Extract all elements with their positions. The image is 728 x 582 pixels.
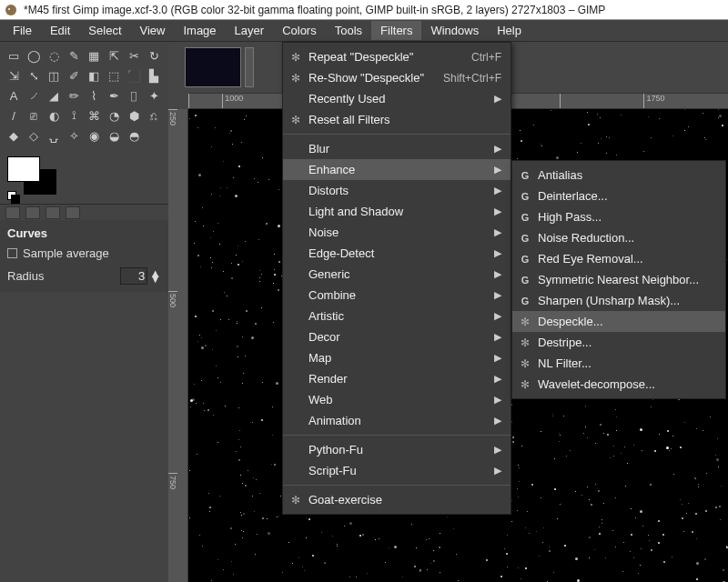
radius-row: Radius ▲▼ [7, 264, 161, 288]
radius-spinner[interactable]: ▲▼ [120, 267, 161, 285]
filters-recent[interactable]: Recently Used▶ [283, 88, 511, 109]
dock-tab-3[interactable] [46, 206, 60, 219]
paintbrush-tool[interactable]: ✧ [64, 125, 84, 146]
radius-arrows[interactable]: ▲▼ [149, 271, 161, 282]
filters-animation[interactable]: Animation▶ [283, 410, 511, 431]
enhance-antialias[interactable]: Antialias [512, 165, 725, 186]
enhance-noise-reduction[interactable]: Noise Reduction... [512, 227, 725, 248]
menu-image[interactable]: Image [174, 21, 225, 40]
enhance-despeckle[interactable]: Despeckle... [512, 311, 725, 332]
tool-38[interactable]: ◓ [124, 125, 144, 146]
heal-tool[interactable]: ⎚ [24, 105, 44, 125]
sample-average-row[interactable]: Sample average [7, 243, 161, 264]
filters-generic[interactable]: Generic▶ [283, 264, 511, 285]
filters-python-fu[interactable]: Python-Fu▶ [283, 439, 511, 460]
menu-filters[interactable]: Filters [371, 21, 421, 40]
ellipse-select-tool[interactable]: ◯ [24, 45, 44, 65]
foreground-swatch[interactable] [7, 156, 40, 182]
handle-transform-tool[interactable]: ◒ [104, 125, 124, 146]
enhance-symmetric-nearest-neighbor[interactable]: Symmetric Nearest Neighbor... [512, 269, 725, 290]
layer-thumbnail-mask[interactable] [245, 47, 254, 87]
menu-view[interactable]: View [131, 21, 175, 40]
foreground-select-tool[interactable]: ◉ [84, 125, 104, 146]
menu-separator [283, 435, 511, 436]
perspective-clone-tool[interactable]: ◆ [4, 125, 24, 146]
filters-distorts[interactable]: Distorts▶ [283, 180, 511, 201]
filters-reset[interactable]: Reset all Filters [283, 109, 511, 130]
perspective-tool[interactable]: ⬚ [104, 65, 124, 85]
text-tool[interactable]: A [4, 85, 24, 105]
gradient-tool[interactable]: ⌘ [84, 105, 104, 125]
airbrush-tool[interactable]: ⬢ [124, 105, 144, 125]
blur-tool[interactable]: ⎌ [144, 105, 164, 125]
rect-select-tool[interactable]: ▭ [4, 45, 24, 65]
radius-input[interactable] [120, 267, 147, 285]
filters-goat[interactable]: Goat-exercise [283, 489, 511, 510]
move-tool[interactable]: ⇲ [4, 65, 24, 85]
filters-decor[interactable]: Decor▶ [283, 326, 511, 347]
crop-tool[interactable]: ✂ [124, 45, 144, 65]
menu-select[interactable]: Select [79, 21, 130, 40]
filters-enhance[interactable]: Enhance▶ [283, 159, 511, 180]
scale-tool[interactable]: ◫ [44, 65, 64, 85]
filters-repeat[interactable]: Repeat "Despeckle"Ctrl+F [283, 46, 511, 67]
color-swatches[interactable] [7, 156, 62, 204]
gear-icon [518, 336, 532, 350]
free-select-tool[interactable]: ◌ [44, 45, 64, 65]
menu-help[interactable]: Help [488, 21, 531, 40]
enhance-nl-filter[interactable]: NL Filter... [512, 353, 725, 374]
rotate-tool[interactable]: ↻ [144, 45, 164, 65]
filters-reshow[interactable]: Re-Show "Despeckle"Shift+Ctrl+F [283, 67, 511, 88]
filters-edge-detect[interactable]: Edge-Detect▶ [283, 243, 511, 264]
chevron-right-icon: ▶ [494, 206, 501, 217]
eraser-tool[interactable]: ◔ [104, 105, 124, 125]
measure-tool[interactable]: ✐ [64, 65, 84, 85]
menu-file[interactable]: File [4, 21, 41, 40]
color-select-tool[interactable]: ▦ [84, 45, 104, 65]
filters-light-and-shadow[interactable]: Light and Shadow▶ [283, 201, 511, 222]
dock-tab-1[interactable] [5, 206, 20, 219]
menu-tools[interactable]: Tools [326, 21, 371, 40]
color-picker-tool[interactable]: ✦ [144, 85, 164, 105]
dodge-tool[interactable]: ◐ [44, 105, 64, 125]
flip-tool[interactable]: ◇ [24, 125, 44, 146]
menu-colors[interactable]: Colors [273, 21, 326, 40]
align-tool[interactable]: ⤡ [24, 65, 44, 85]
enhance-red-eye-removal[interactable]: Red Eye Removal... [512, 248, 725, 269]
enhance-destripe[interactable]: Destripe... [512, 332, 725, 353]
filters-noise[interactable]: Noise▶ [283, 222, 511, 243]
enhance-high-pass[interactable]: High Pass... [512, 206, 725, 227]
mypaint-brush-tool[interactable]: ⟟ [64, 105, 84, 125]
fuzzy-select-tool[interactable]: ✎ [64, 45, 84, 65]
menu-layer[interactable]: Layer [226, 21, 274, 40]
path-tool[interactable]: ⟋ [24, 85, 44, 105]
unified-transform-tool[interactable]: ⬛ [124, 65, 144, 85]
bucket-fill-tool[interactable]: ⌷ [124, 85, 144, 105]
default-colors-icon[interactable] [7, 191, 20, 204]
filters-combine[interactable]: Combine▶ [283, 285, 511, 306]
menu-windows[interactable]: Windows [421, 21, 488, 40]
warp-tool[interactable]: ◢ [44, 85, 64, 105]
layer-thumbnail[interactable] [185, 47, 241, 87]
shear-tool[interactable]: ◧ [84, 65, 104, 85]
cage-tool[interactable]: ▙ [144, 65, 164, 85]
filters-web[interactable]: Web▶ [283, 389, 511, 410]
scissors-tool[interactable]: ⇱ [104, 45, 124, 65]
sample-average-checkbox[interactable] [7, 248, 17, 258]
filters-artistic[interactable]: Artistic▶ [283, 306, 511, 326]
pencil-tool[interactable]: ✏ [64, 85, 84, 105]
filters-script-fu[interactable]: Script-Fu▶ [283, 460, 511, 481]
enhance-sharpen-unsharp-mask[interactable]: Sharpen (Unsharp Mask)... [512, 290, 725, 311]
enhance-wavelet-decompose[interactable]: Wavelet-decompose... [512, 374, 725, 395]
enhance-deinterlace[interactable]: Deinterlace... [512, 186, 725, 206]
zoom-tool[interactable]: ⍽ [44, 125, 64, 146]
menu-edit[interactable]: Edit [41, 21, 79, 40]
filters-render[interactable]: Render▶ [283, 368, 511, 389]
smudge-tool[interactable]: ⌇ [84, 85, 104, 105]
dock-tab-4[interactable] [66, 206, 80, 219]
clone-tool[interactable]: / [4, 105, 24, 125]
dock-tab-2[interactable] [25, 206, 40, 219]
filters-blur[interactable]: Blur▶ [283, 138, 511, 159]
filters-map[interactable]: Map▶ [283, 347, 511, 368]
ink-tool[interactable]: ✒ [104, 85, 124, 105]
